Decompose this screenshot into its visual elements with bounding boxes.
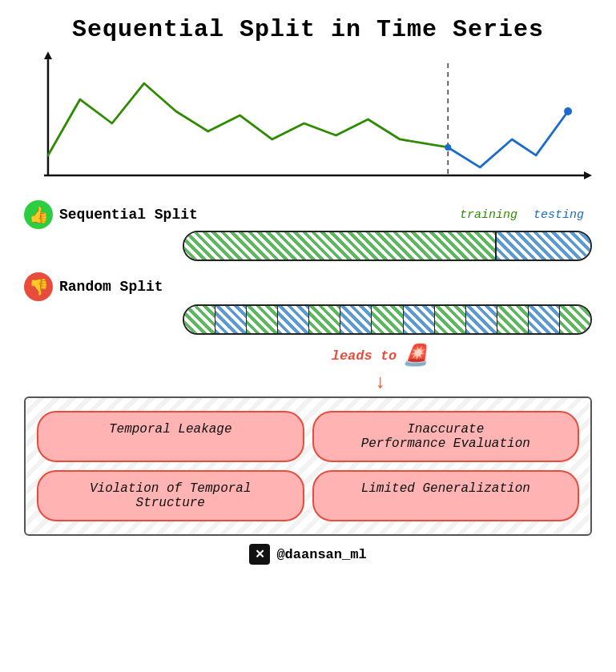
sequential-split-label: 👍 Sequential Split (24, 200, 198, 229)
bar-labels: training testing (198, 208, 592, 222)
sequential-split-bar (183, 231, 592, 261)
hazard-item-violation-temporal: Violation of TemporalStructure (37, 470, 304, 521)
hazard-item-inaccurate-performance: InaccuratePerformance Evaluation (312, 411, 580, 462)
random-split-header: 👎 Random Split (24, 272, 592, 301)
training-segment (184, 232, 495, 260)
hazard-item-limited-generalization: Limited Generalization (312, 470, 580, 521)
random-split-row (24, 304, 592, 335)
time-series-chart (24, 51, 592, 195)
hazard-item-temporal-leakage: Temporal Leakage (37, 411, 304, 462)
svg-point-6 (564, 107, 572, 115)
random-split-label: 👎 Random Split (24, 272, 176, 301)
svg-marker-3 (44, 51, 52, 59)
footer: ✕ @daansan_ml (249, 544, 366, 565)
random-split-bar (183, 304, 592, 335)
testing-segment (495, 232, 590, 260)
svg-marker-2 (584, 171, 592, 179)
page: Sequential Split in Time Series 👍 (0, 0, 616, 672)
leads-to-label: leads to 🚨 (332, 343, 429, 368)
svg-point-5 (445, 144, 451, 151)
thumbs-up-icon: 👍 (24, 200, 53, 229)
alarm-icon: 🚨 (403, 343, 429, 368)
sequential-split-header: 👍 Sequential Split training testing (24, 200, 592, 229)
thumbs-down-icon: 👎 (24, 272, 53, 301)
x-platform-icon: ✕ (249, 544, 270, 565)
twitter-handle: @daansan_ml (276, 547, 366, 562)
sequential-split-row (24, 231, 592, 261)
hazard-box: Temporal Leakage InaccuratePerformance E… (24, 396, 592, 536)
arrow-down-icon: ↓ (374, 372, 385, 393)
page-title: Sequential Split in Time Series (72, 16, 544, 43)
